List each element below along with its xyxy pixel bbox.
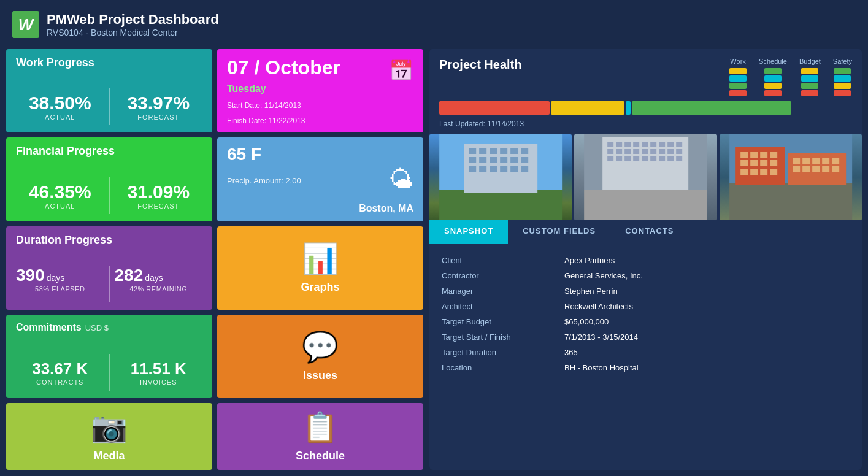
schedule-icon: 📋 xyxy=(302,410,339,445)
svg-rect-66 xyxy=(770,169,777,175)
invoices: 11.51 K INVOICES xyxy=(115,359,203,386)
svg-rect-7 xyxy=(510,148,518,154)
indicator-work: Work xyxy=(729,58,747,96)
building-image-2 xyxy=(574,134,716,220)
svg-rect-28 xyxy=(642,142,648,147)
svg-rect-75 xyxy=(822,166,829,172)
work-progress-values: 38.50% ACTUAL 33.97% FORECAST xyxy=(16,88,202,125)
work-forecast: 33.97% FORECAST xyxy=(115,93,203,121)
svg-rect-15 xyxy=(469,166,476,172)
svg-rect-24 xyxy=(607,142,613,147)
svg-rect-4 xyxy=(479,148,486,154)
duration-elapsed: 390 days 58% ELAPSED xyxy=(16,266,104,293)
snap-key: Location xyxy=(442,363,564,372)
divider xyxy=(109,88,110,125)
svg-rect-9 xyxy=(469,157,476,163)
tab-custom-fields[interactable]: CUSTOM FIELDS xyxy=(508,220,610,244)
schedule-label: Schedule xyxy=(296,450,345,463)
contracts: 33.67 K CONTRACTS xyxy=(16,359,104,386)
svg-rect-19 xyxy=(510,166,518,172)
project-health-section: Project Health Work Schedule xyxy=(429,49,862,134)
svg-rect-35 xyxy=(624,149,631,154)
divider xyxy=(109,266,110,302)
health-indicators: Work Schedule xyxy=(729,58,852,96)
financial-values: 46.35% ACTUAL 31.09% FORECAST xyxy=(16,177,202,214)
svg-rect-42 xyxy=(607,156,613,161)
svg-rect-8 xyxy=(521,148,528,154)
issues-icon: 💬 xyxy=(302,330,339,364)
weather-tile: 🌤 65 F Precip. Amount: 2.00 Boston, MA xyxy=(217,137,423,221)
snap-key: Target Start / Finish xyxy=(442,332,564,342)
commitments-tile: Commitments USD $ 33.67 K CONTRACTS 11.5… xyxy=(6,315,212,398)
work-actual: 38.50% ACTUAL xyxy=(16,93,104,121)
work-progress-title: Work Progress xyxy=(16,56,202,69)
financial-forecast: 31.09% FORECAST xyxy=(115,182,203,210)
indicator-safety: Safety xyxy=(833,58,852,96)
health-title: Project Health xyxy=(439,58,729,72)
svg-rect-12 xyxy=(500,157,507,163)
svg-rect-71 xyxy=(832,158,839,164)
svg-rect-29 xyxy=(650,142,656,147)
svg-rect-6 xyxy=(500,148,507,154)
svg-rect-60 xyxy=(750,160,758,166)
snap-val: Apex Partners xyxy=(564,256,615,265)
issues-tile[interactable]: 💬 Issues xyxy=(217,315,423,398)
snapshot-row: Target Duration365 xyxy=(442,345,850,360)
svg-rect-50 xyxy=(676,156,682,161)
media-label: Media xyxy=(93,450,125,463)
svg-rect-63 xyxy=(740,169,748,175)
snap-key: Architect xyxy=(442,302,564,311)
svg-rect-17 xyxy=(490,166,497,172)
health-header: Project Health Work Schedule xyxy=(439,58,852,96)
svg-rect-73 xyxy=(802,166,810,172)
graphs-icon: 📊 xyxy=(302,242,339,276)
health-updated: Last Updated: 11/14/2013 xyxy=(439,120,852,128)
snap-val: Stephen Perrin xyxy=(564,286,618,296)
svg-rect-44 xyxy=(624,156,631,161)
svg-rect-3 xyxy=(469,148,476,154)
main-content: Work Progress 38.50% ACTUAL 33.97% FOREC… xyxy=(6,49,862,470)
building-images xyxy=(429,134,862,220)
svg-rect-20 xyxy=(521,166,528,172)
svg-rect-14 xyxy=(521,157,528,163)
right-panel: Project Health Work Schedule xyxy=(429,49,862,470)
svg-rect-58 xyxy=(770,152,777,158)
svg-rect-67 xyxy=(793,158,800,164)
media-icon: 📷 xyxy=(91,410,128,445)
snap-key: Contractor xyxy=(442,271,564,280)
svg-rect-74 xyxy=(812,166,820,172)
svg-rect-45 xyxy=(633,156,639,161)
duration-remaining: 282 days 42% REMAINING xyxy=(115,266,203,293)
svg-rect-49 xyxy=(667,156,674,161)
tab-contacts[interactable]: CONTACTS xyxy=(610,220,688,244)
snap-val: General Services, Inc. xyxy=(564,271,643,280)
svg-rect-13 xyxy=(510,157,518,163)
date-finish: Finish Date: 11/22/2013 xyxy=(227,117,413,125)
svg-rect-70 xyxy=(822,158,829,164)
svg-rect-40 xyxy=(667,149,674,154)
schedule-tile[interactable]: 📋 Schedule xyxy=(217,403,423,470)
divider xyxy=(109,177,110,214)
snap-val: $65,000,000 xyxy=(564,317,609,326)
snap-key: Target Duration xyxy=(442,348,564,357)
svg-rect-48 xyxy=(659,156,665,161)
snap-key: Manager xyxy=(442,286,564,296)
svg-rect-65 xyxy=(760,169,767,175)
svg-rect-18 xyxy=(500,166,507,172)
svg-rect-46 xyxy=(642,156,648,161)
header-text: PMWeb Project Dashboard RVS0104 - Boston… xyxy=(47,12,219,37)
media-tile[interactable]: 📷 Media xyxy=(6,403,212,470)
snapshot-row: Target Start / Finish7/1/2013 - 3/15/201… xyxy=(442,329,850,345)
svg-rect-76 xyxy=(832,166,839,172)
building-image-1 xyxy=(429,134,572,220)
svg-rect-43 xyxy=(616,156,622,161)
building-image-3 xyxy=(720,134,862,220)
duration-title: Duration Progress xyxy=(16,234,202,247)
tab-snapshot[interactable]: SNAPSHOT xyxy=(429,220,508,244)
svg-rect-22 xyxy=(584,190,707,220)
graphs-tile[interactable]: 📊 Graphs xyxy=(217,226,423,310)
svg-rect-26 xyxy=(624,142,631,147)
snapshot-table: ClientApex PartnersContractorGeneral Ser… xyxy=(429,244,862,470)
snap-key: Client xyxy=(442,256,564,265)
svg-rect-68 xyxy=(802,158,810,164)
